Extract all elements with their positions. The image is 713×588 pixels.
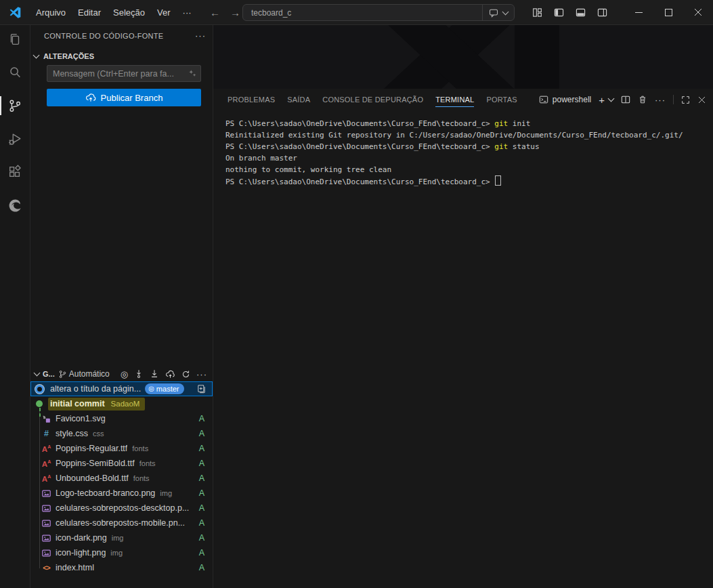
menu-seleção[interactable]: Seleção (107, 5, 151, 20)
files-icon (7, 32, 22, 47)
changes-section-header[interactable]: ALTERAÇÕES (34, 49, 94, 63)
file-row[interactable]: #style.csscssA (30, 426, 213, 441)
chevron-down-icon[interactable] (608, 96, 615, 102)
pull-icon[interactable] (150, 369, 159, 379)
file-row[interactable]: AAUnbounded-Bold.ttffontsA (30, 471, 213, 486)
file-type-icon-image (41, 519, 52, 528)
close-button[interactable] (683, 0, 713, 24)
file-name: Unbounded-Bold.ttf (56, 474, 129, 483)
menu-more-button[interactable]: ··· (177, 5, 198, 20)
file-row[interactable]: icon-light.pngimgA (30, 545, 213, 560)
commit-row-head[interactable]: altera o título da págin... ◎ master (30, 381, 213, 396)
file-row[interactable]: Favicon1.svgA (30, 411, 213, 426)
toggle-secondary-sidebar-icon[interactable] (597, 7, 607, 18)
menu-ver[interactable]: Ver (151, 5, 177, 20)
open-changes-icon[interactable] (196, 384, 207, 394)
activity-run-debug[interactable] (0, 125, 30, 153)
file-status-added: A (195, 459, 204, 468)
run-debug-icon (7, 131, 22, 146)
chevron-down-icon[interactable] (502, 8, 509, 15)
file-row[interactable]: celulares-sobrepostos-mobile.pn...A (30, 516, 213, 530)
terminal-text: status (508, 142, 539, 151)
file-row[interactable]: AAPoppins-Regular.ttffontsA (30, 441, 213, 456)
edge-icon (7, 198, 23, 213)
empty-editor (213, 24, 713, 89)
tab-saída[interactable]: SAÍDA (281, 89, 316, 110)
commit-row-initial[interactable]: initial commit SadaoM (30, 396, 213, 411)
nav-arrows: ← → (210, 0, 240, 24)
maximize-button[interactable] (653, 0, 683, 24)
graph-connector-line (39, 408, 41, 417)
activity-extensions[interactable] (0, 158, 30, 186)
file-folder-label: img (112, 534, 124, 542)
terminal-line: PS C:\Users\sadao\OneDrive\Documents\Cur… (225, 175, 713, 188)
commit-message-input[interactable] (47, 65, 201, 82)
file-status-added: A (195, 548, 204, 558)
target-icon[interactable]: ◎ (121, 370, 128, 379)
file-status-added: A (195, 518, 204, 528)
tab-portas[interactable]: PORTAS (480, 89, 523, 110)
file-row[interactable]: AAPoppins-SemiBold.ttffontsA (30, 456, 213, 471)
branch-badge-master[interactable]: ◎ master (145, 383, 184, 394)
activity-source-control[interactable] (0, 91, 30, 120)
sidebar-more-button[interactable]: ··· (195, 30, 206, 41)
terminal-text: PS C:\Users\sadao\OneDrive\Documents\Cur… (225, 119, 494, 128)
commit-node-icon (35, 385, 44, 394)
file-name: Poppins-SemiBold.ttf (56, 459, 135, 468)
publish-branch-button[interactable]: Publicar Branch (47, 89, 201, 106)
file-status-added: A (195, 533, 204, 543)
git-branch-icon (58, 370, 67, 379)
commit-author: SadaoM (111, 400, 140, 408)
nav-forward-icon[interactable]: → (230, 7, 240, 18)
tab-terminal[interactable]: TERMINAL (429, 89, 480, 110)
terminal-line: PS C:\Users\sadao\OneDrive\Documents\Cur… (225, 141, 713, 152)
close-panel-icon[interactable] (697, 96, 706, 104)
toggle-panel-icon[interactable] (576, 7, 586, 18)
menu-arquivo[interactable]: Arquivo (30, 5, 72, 20)
command-center-title[interactable]: tecboard_c (243, 8, 482, 18)
file-row[interactable]: icon-dark.pngimgA (30, 530, 213, 545)
activity-edge-browser[interactable] (0, 191, 30, 219)
terminal-text: PS C:\Users\sadao\OneDrive\Documents\Cur… (225, 177, 494, 186)
file-row[interactable]: celulares-sobrepostos-descktop.p...A (30, 501, 213, 516)
terminal-icon (539, 95, 548, 104)
minimize-button[interactable] (624, 0, 653, 24)
changes-section-label: ALTERAÇÕES (43, 52, 94, 60)
terminal-line: On branch master (225, 152, 713, 164)
graph-more-button[interactable]: ··· (196, 369, 207, 379)
activity-explorer[interactable] (0, 25, 30, 54)
file-folder-label: fonts (139, 459, 156, 467)
maximize-panel-icon[interactable] (681, 96, 690, 104)
refresh-icon[interactable] (181, 370, 190, 379)
nav-back-icon[interactable]: ← (210, 7, 220, 18)
customize-layout-icon[interactable] (532, 7, 542, 18)
publish-branch-label: Publicar Branch (101, 93, 163, 103)
activity-search[interactable] (0, 58, 30, 87)
terminal-more-button[interactable]: ··· (655, 95, 666, 105)
changed-file-list: Favicon1.svgA#style.csscssAAAPoppins-Reg… (30, 411, 213, 575)
tab-console-de-depuração[interactable]: CONSOLE DE DEPURAÇÃO (316, 89, 429, 110)
menu-editar[interactable]: Editar (72, 5, 107, 20)
chat-icon[interactable] (489, 8, 498, 18)
new-terminal-button[interactable]: + (599, 94, 605, 106)
file-name: celulares-sobrepostos-mobile.pn... (56, 518, 185, 528)
sparkle-icon[interactable] (188, 68, 197, 78)
chevron-down-icon (33, 52, 40, 59)
file-status-added: A (195, 488, 204, 498)
file-row[interactable]: Logo-tecboard-branco.pngimgA (30, 486, 213, 501)
command-center[interactable]: tecboard_c (242, 4, 515, 21)
file-folder-label: fonts (132, 444, 148, 453)
graph-auto-selector[interactable]: Automático (58, 369, 110, 379)
kill-terminal-icon[interactable] (638, 95, 647, 104)
graph-header[interactable]: G... Automático ◎ (30, 366, 213, 381)
split-terminal-icon[interactable] (621, 95, 630, 104)
extensions-icon (7, 165, 22, 180)
terminal-output[interactable]: PS C:\Users\sadao\OneDrive\Documents\Cur… (213, 110, 713, 588)
terminal-text: git (494, 142, 508, 151)
tab-problemas[interactable]: PROBLEMAS (221, 89, 281, 110)
cloud-push-icon[interactable] (165, 369, 175, 379)
file-row[interactable]: <>index.htmlA (30, 560, 213, 575)
fetch-icon[interactable] (134, 369, 144, 379)
shell-selector[interactable]: powershell (539, 95, 591, 104)
toggle-sidebar-icon[interactable] (554, 7, 564, 18)
